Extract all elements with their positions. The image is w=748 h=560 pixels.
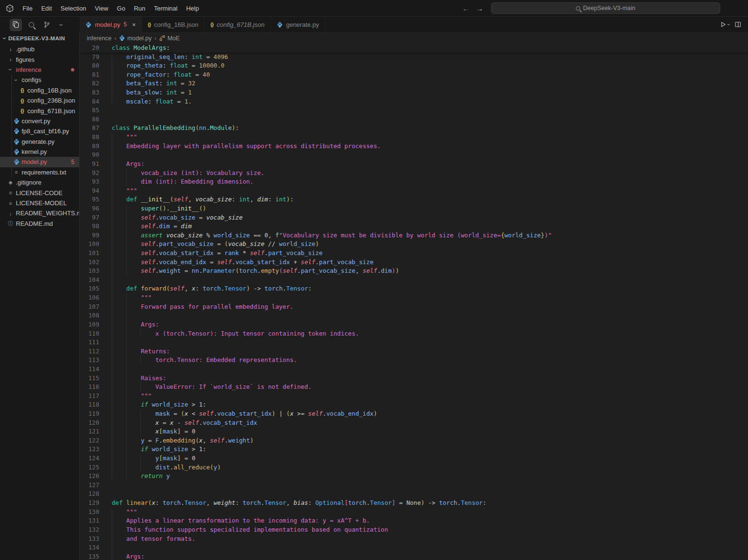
line-number[interactable]: 115 [80, 374, 99, 383]
tree-item-.github[interactable]: ›.github [0, 44, 79, 54]
code-line[interactable]: 98 self.dim = dim [80, 222, 748, 231]
code-line-content[interactable]: Applies a linear transformation to the i… [99, 516, 748, 525]
code-line[interactable]: 80 rope_theta: float = 10000.0 [80, 61, 748, 70]
line-number[interactable]: 130 [80, 508, 99, 517]
line-number[interactable]: 114 [80, 365, 99, 374]
line-number[interactable]: 80 [80, 61, 99, 70]
line-number[interactable]: 90 [80, 151, 99, 160]
line-number[interactable]: 102 [80, 258, 99, 267]
line-number[interactable]: 95 [80, 195, 99, 204]
line-number[interactable]: 101 [80, 249, 99, 258]
code-line-content[interactable] [99, 151, 748, 160]
activity-more-chevron-icon[interactable]: › [56, 19, 68, 31]
tree-item-README.md[interactable]: ⓘREADME.md [0, 219, 79, 229]
code-line-content[interactable]: if world_size > 1: [99, 400, 748, 409]
line-number[interactable]: 91 [80, 160, 99, 169]
code-line[interactable]: 130 """ [80, 508, 748, 517]
tab-config_16B.json[interactable]: {}config_16B.json [142, 17, 205, 32]
line-number[interactable]: 85 [80, 106, 99, 115]
source-control-icon[interactable] [40, 19, 53, 31]
menu-item-terminal[interactable]: Terminal [150, 3, 182, 13]
search-panel-icon[interactable] [25, 19, 37, 31]
line-number[interactable]: 89 [80, 142, 99, 151]
line-number[interactable]: 120 [80, 419, 99, 428]
code-line[interactable]: 119 mask = (x < self.vocab_start_idx) | … [80, 409, 748, 419]
explorer-icon[interactable] [10, 19, 22, 31]
code-line-content[interactable]: class ModelArgs: [99, 44, 748, 53]
code-line-content[interactable]: ValueError: If `world_size` is not defin… [99, 383, 748, 392]
line-number[interactable]: 126 [80, 472, 99, 481]
code-line[interactable]: 106 """ [80, 293, 748, 303]
code-line-content[interactable]: class ParallelEmbedding(nn.Module): [99, 124, 748, 133]
code-line-content[interactable]: super().__init__() [99, 204, 748, 213]
code-line[interactable]: 113 torch.Tensor: Embedded representatio… [80, 356, 748, 365]
code-line[interactable]: 121 x[mask] = 0 [80, 427, 748, 436]
code-line[interactable]: 114 [80, 365, 748, 374]
code-line-content[interactable]: self.weight = nn.Parameter(torch.empty(s… [99, 267, 748, 276]
code-line-content[interactable]: Forward pass for parallel embedding laye… [99, 303, 748, 312]
line-number[interactable]: 133 [80, 535, 99, 544]
code-line[interactable]: 88 """ [80, 133, 748, 142]
code-line[interactable]: 84 mscale: float = 1. [80, 97, 748, 106]
line-number[interactable]: 81 [80, 70, 99, 80]
code-line-content[interactable]: mscale: float = 1. [99, 97, 748, 106]
line-number[interactable]: 84 [80, 97, 99, 106]
code-line[interactable]: 100 self.part_vocab_size = (vocab_size /… [80, 240, 748, 249]
code-line[interactable]: 87class ParallelEmbedding(nn.Module): [80, 124, 748, 133]
code-line-content[interactable]: def forward(self, x: torch.Tensor) -> to… [99, 284, 748, 293]
line-number[interactable]: 125 [80, 463, 99, 472]
line-number[interactable]: 121 [80, 427, 99, 436]
tree-item-LICENSE-MODEL[interactable]: ≡LICENSE-MODEL [0, 198, 79, 208]
line-number[interactable]: 104 [80, 276, 99, 285]
code-line[interactable]: 79 original_seq_len: int = 4096 [80, 53, 748, 62]
code-line-content[interactable]: self.part_vocab_size = (vocab_size // wo… [99, 240, 748, 249]
code-line-content[interactable]: Embedding layer with parallelism support… [99, 142, 748, 151]
code-line[interactable]: 82 beta_fast: int = 32 [80, 79, 748, 88]
menu-item-help[interactable]: Help [182, 3, 203, 13]
menu-item-edit[interactable]: Edit [37, 3, 56, 13]
code-line-content[interactable] [99, 481, 748, 490]
explorer-root-header[interactable]: › DEEPSEEK-V3-MAIN [0, 33, 79, 44]
code-line-content[interactable]: y[mask] = 0 [99, 454, 748, 463]
line-number[interactable]: 98 [80, 222, 99, 231]
code-line[interactable]: 125 dist.all_reduce(y) [80, 463, 748, 472]
code-editor[interactable]: 20class ModelArgs:79 original_seq_len: i… [80, 44, 748, 560]
code-line[interactable]: 108 [80, 311, 748, 320]
code-line[interactable]: 94 """ [80, 187, 748, 196]
code-line[interactable]: 105 def forward(self, x: torch.Tensor) -… [80, 284, 748, 293]
code-line[interactable]: 107 Forward pass for parallel embedding … [80, 303, 748, 312]
code-line-content[interactable]: dim (int): Embedding dimension. [99, 177, 748, 187]
code-line-content[interactable] [99, 365, 748, 374]
code-line[interactable]: 92 vocab_size (int): Vocabulary size. [80, 169, 748, 178]
line-number[interactable]: 128 [80, 490, 99, 499]
code-line[interactable]: 86 [80, 115, 748, 124]
code-line[interactable]: 120 x = x - self.vocab_start_idx [80, 419, 748, 428]
line-number[interactable]: 107 [80, 303, 99, 312]
code-line-content[interactable]: Args: [99, 160, 748, 169]
code-line-content[interactable]: mask = (x < self.vocab_start_idx) | (x >… [99, 409, 748, 419]
code-line-content[interactable]: self.vocab_end_idx = self.vocab_start_id… [99, 258, 748, 267]
line-number[interactable]: 92 [80, 169, 99, 178]
line-number[interactable]: 87 [80, 124, 99, 133]
line-number[interactable]: 108 [80, 311, 99, 320]
line-number[interactable]: 129 [80, 499, 99, 508]
code-line-content[interactable]: """ [99, 392, 748, 401]
line-number[interactable]: 93 [80, 177, 99, 187]
code-line[interactable]: 90 [80, 151, 748, 160]
code-line-content[interactable]: torch.Tensor: Embedded representations. [99, 356, 748, 365]
code-line-content[interactable]: return y [99, 472, 748, 481]
run-dropdown-chevron-icon[interactable]: › [725, 23, 732, 25]
menu-item-view[interactable]: View [91, 3, 113, 13]
code-line-content[interactable] [99, 115, 748, 124]
line-number[interactable]: 109 [80, 320, 99, 329]
code-line[interactable]: 93 dim (int): Embedding dimension. [80, 177, 748, 187]
line-number[interactable]: 112 [80, 347, 99, 356]
code-line[interactable]: 133 and tensor formats. [80, 535, 748, 544]
line-number[interactable]: 119 [80, 409, 99, 419]
tab-close-icon[interactable]: × [132, 21, 136, 28]
code-line-content[interactable]: beta_fast: int = 32 [99, 79, 748, 88]
code-line-content[interactable]: beta_slow: int = 1 [99, 88, 748, 97]
line-number[interactable]: 94 [80, 187, 99, 196]
breadcrumb-item-model.py[interactable]: model.py [119, 35, 152, 42]
code-line[interactable]: 126 return y [80, 472, 748, 481]
